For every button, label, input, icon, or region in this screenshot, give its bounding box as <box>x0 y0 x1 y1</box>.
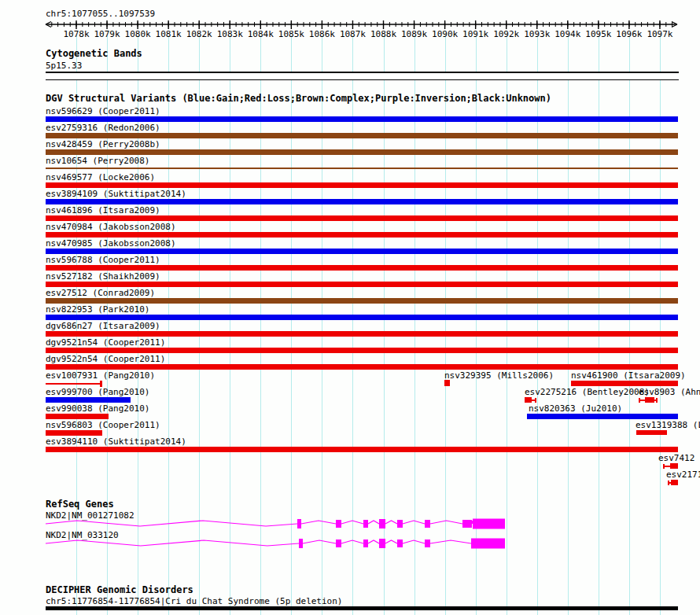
ruler-tick-label: 1087k <box>335 29 370 39</box>
gene-intron-line[interactable] <box>368 540 379 543</box>
gene-exon[interactable] <box>336 520 341 528</box>
variant-label: nsv596629 (Cooper2011) <box>46 106 160 116</box>
gene-exon[interactable] <box>363 540 368 547</box>
variant-bar[interactable] <box>527 414 678 419</box>
variant-label: esv1007931 (Pang2010) <box>46 370 155 381</box>
variant-bar[interactable] <box>46 383 101 385</box>
gene-intron-line[interactable] <box>403 521 425 524</box>
gene-intron-line[interactable] <box>472 521 473 524</box>
variant-bar-box[interactable] <box>645 397 654 403</box>
variant-bar-endtick[interactable] <box>100 381 102 387</box>
variant-bar[interactable] <box>46 133 678 138</box>
variant-bar[interactable] <box>46 331 678 337</box>
variant-bar[interactable] <box>46 315 678 320</box>
variant-bar[interactable] <box>46 265 678 271</box>
variant-label: nsv461896 (Itsara2009) <box>46 205 160 215</box>
variant-label: esv21713 <box>666 470 700 480</box>
gene-intron-line[interactable] <box>403 540 425 543</box>
variant-bar-tick[interactable] <box>639 398 640 403</box>
variant-bar[interactable] <box>46 298 678 304</box>
variant-label: esv27512 (Conrad2009) <box>46 288 155 298</box>
gene-exon[interactable] <box>397 520 403 528</box>
gene-exon[interactable] <box>299 539 303 548</box>
variant-bar-tick[interactable] <box>668 481 669 485</box>
variant-bar[interactable] <box>46 414 109 419</box>
variant-label: esv999700 (Pang2010) <box>46 387 149 397</box>
gene-intron-line[interactable] <box>46 540 299 546</box>
variant-bar[interactable] <box>46 168 678 169</box>
variant-label: nsv596788 (Cooper2011) <box>46 255 160 265</box>
variant-bar[interactable] <box>46 249 678 254</box>
gene-intron-line[interactable] <box>46 521 297 526</box>
variant-bar[interactable] <box>444 380 450 386</box>
ruler-tick-label: 1088k <box>367 29 401 39</box>
decipher-entry[interactable]: chr5:11776854-11776854|Cri du Chat Syndr… <box>46 596 343 606</box>
gene-exon[interactable] <box>425 540 430 547</box>
gene-exon[interactable] <box>462 520 472 528</box>
gene-intron-line[interactable] <box>430 521 462 524</box>
ruler-tick-label: 1097k <box>643 29 677 39</box>
variant-bar[interactable] <box>636 430 667 435</box>
gene-intron-line[interactable] <box>368 521 379 524</box>
ruler-tick-label: 1096k <box>612 29 647 39</box>
variant-bar-box[interactable] <box>670 463 678 469</box>
variant-label: nsv470984 (Jakobsson2008) <box>46 222 176 232</box>
gene-intron-line[interactable] <box>430 540 471 543</box>
gene-intron-line[interactable] <box>341 521 363 524</box>
variant-bar-tick[interactable] <box>663 464 665 469</box>
variant-bar[interactable] <box>46 430 102 436</box>
variant-bar[interactable] <box>46 282 678 287</box>
ruler-tick-label: 1080k <box>120 29 155 39</box>
variant-bar[interactable] <box>46 364 678 370</box>
ruler-tick-label: 1095k <box>581 29 616 39</box>
variant-bar[interactable] <box>46 232 678 238</box>
gene-exon[interactable] <box>336 540 341 547</box>
variant-label: esv3894109 (Suktitipat2014) <box>46 189 186 199</box>
gene-intron-line[interactable] <box>385 540 397 543</box>
gene-exon[interactable] <box>363 520 368 528</box>
gene-exon[interactable] <box>473 519 505 529</box>
gene-exon[interactable] <box>297 519 301 528</box>
variant-label: nsv527182 (Shaikh2009) <box>46 271 160 282</box>
gene-intron-line[interactable] <box>385 521 397 524</box>
gene-intron-line[interactable] <box>303 540 336 543</box>
variant-bar[interactable] <box>46 149 678 155</box>
variant-bar[interactable] <box>46 447 678 452</box>
ruler-tick-label: 1086k <box>304 29 339 39</box>
variant-bar[interactable] <box>46 348 678 353</box>
gene-models[interactable] <box>0 507 700 562</box>
variant-bar-box[interactable] <box>525 397 532 403</box>
variant-label: nsv329395 (Mills2006) <box>444 370 554 381</box>
variant-bar[interactable] <box>46 199 678 204</box>
gene-exon[interactable] <box>379 519 385 528</box>
cytoband-5p15-33[interactable] <box>46 72 679 80</box>
gene-intron-line[interactable] <box>341 540 363 543</box>
variant-label: esv990038 (Pang2010) <box>46 403 149 414</box>
variant-bar[interactable] <box>46 116 678 122</box>
variant-bar-tick[interactable] <box>656 398 658 403</box>
variant-label: esv2275216 (Bentley2008) <box>525 387 650 397</box>
variant-label: esv3894110 (Suktitipat2014) <box>46 436 186 447</box>
ruler-tick-label: 1093k <box>520 29 554 39</box>
variant-bar-box[interactable] <box>671 480 678 485</box>
variant-bar[interactable] <box>46 397 131 403</box>
variant-label: esv7412 ( <box>658 453 700 463</box>
variant-label: nsv822953 (Park2010) <box>46 304 149 315</box>
decipher-region-bar[interactable] <box>46 606 678 610</box>
gene-intron-line[interactable] <box>301 521 336 524</box>
variant-label: nsv469577 (Locke2006) <box>46 172 155 182</box>
variant-bar[interactable] <box>46 215 678 221</box>
gene-exon[interactable] <box>471 539 505 549</box>
gene-exon[interactable] <box>425 520 430 528</box>
variant-label: esv2759316 (Redon2006) <box>46 123 160 133</box>
cytobands-title: Cytogenetic Bands <box>46 49 142 59</box>
cytoband-name: 5p15.33 <box>46 61 82 71</box>
gene-exon[interactable] <box>397 540 403 547</box>
ruler-tick-label: 1081k <box>151 29 186 39</box>
gene-exon[interactable] <box>379 539 385 548</box>
ruler-tick-label: 1091k <box>459 29 493 39</box>
variant-bar-tick[interactable] <box>535 398 536 403</box>
ruler-tick-label: 1090k <box>428 29 462 39</box>
variant-bar[interactable] <box>571 381 678 386</box>
variant-bar[interactable] <box>46 182 678 188</box>
